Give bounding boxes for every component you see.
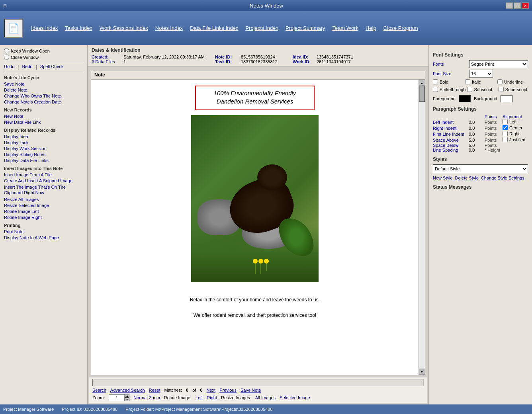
- rotate-left-link[interactable]: Rotate Image Left: [4, 209, 83, 214]
- center-align-checkbox[interactable]: Center: [503, 125, 528, 130]
- alignment-header: Alignment: [503, 114, 528, 119]
- underline-checkbox[interactable]: Underline: [497, 79, 528, 84]
- zoom-input[interactable]: [109, 394, 125, 401]
- justified-align-checkbox[interactable]: Justified: [503, 137, 528, 142]
- save-note-bottom-button[interactable]: Save Note: [241, 388, 261, 393]
- display-related-title: Display Related Records: [4, 128, 83, 133]
- save-note-link[interactable]: Save Note: [4, 82, 83, 86]
- close-window-radio[interactable]: Close Window: [4, 55, 83, 60]
- first-line-label: First Line Indent: [433, 131, 469, 137]
- reset-button[interactable]: Reset: [149, 388, 160, 393]
- display-data-file-links-link[interactable]: Display Data File Links: [4, 158, 83, 163]
- advanced-search-button[interactable]: Advanced Search: [110, 388, 145, 393]
- idea-id-value: 136481351747371: [317, 55, 424, 59]
- change-style-settings-button[interactable]: Change Style Settings: [481, 176, 524, 180]
- insert-clipboard-link[interactable]: Insert The Image That's On The Clipboard…: [4, 184, 83, 196]
- spell-check-button[interactable]: Spell Check: [40, 64, 64, 70]
- next-button[interactable]: Next: [207, 388, 216, 393]
- font-size-select[interactable]: 16: [469, 70, 493, 78]
- style-buttons: New Style Delete Style Change Style Sett…: [433, 176, 528, 180]
- dandelion-2: [260, 262, 261, 274]
- zoom-up-button[interactable]: ▲: [125, 394, 129, 398]
- superscript-checkbox[interactable]: Superscript: [499, 87, 528, 92]
- matches-label: Matches:: [164, 388, 182, 393]
- subscript-checkbox[interactable]: Subscript: [467, 87, 497, 92]
- scroll-track[interactable]: [419, 86, 425, 369]
- fonts-label: Fonts: [433, 62, 467, 66]
- scroll-up-button[interactable]: ▲: [419, 80, 425, 86]
- styles-select[interactable]: Default Style: [433, 164, 528, 173]
- left-align-checkbox[interactable]: Left: [503, 119, 528, 124]
- foreground-color-swatch[interactable]: [459, 95, 471, 102]
- display-idea-link[interactable]: Display Idea: [4, 134, 83, 139]
- menu-data-file-links-index[interactable]: Data File Links Index: [190, 25, 238, 31]
- menu-help[interactable]: Help: [366, 25, 376, 31]
- fonts-select[interactable]: Segoe Print: [469, 60, 528, 68]
- status-messages-title: Status Messages: [433, 184, 528, 190]
- note-container: Note 100% Environmentally Friendly Dande…: [91, 70, 425, 375]
- right-indent-value: 0.0: [469, 125, 485, 131]
- change-date-link[interactable]: Change Note's Creation Date: [4, 100, 83, 104]
- undo-redo-row: Undo | Redo | Spell Check: [4, 64, 83, 70]
- search-button[interactable]: Search: [92, 388, 106, 393]
- menu-projects-index[interactable]: Projects Index: [246, 25, 278, 31]
- maximize-button[interactable]: □: [514, 2, 521, 9]
- right-indent-label: Right Indent: [433, 125, 469, 131]
- note-scrollbar[interactable]: ▲ ▼: [419, 80, 425, 375]
- scroll-down-button[interactable]: ▼: [419, 369, 425, 375]
- right-align-checkbox[interactable]: Right: [503, 131, 528, 136]
- delete-style-button[interactable]: Delete Style: [455, 176, 479, 180]
- menu-tasks-index[interactable]: Tasks Index: [65, 25, 92, 31]
- close-button[interactable]: ✕: [522, 2, 529, 9]
- strikethrough-checkbox[interactable]: Strikethrough: [433, 87, 465, 92]
- rotate-left-bottom-button[interactable]: Left: [196, 395, 203, 400]
- new-note-link[interactable]: New Note: [4, 114, 83, 119]
- display-work-session-link[interactable]: Display Work Session: [4, 146, 83, 151]
- minimize-button[interactable]: ─: [506, 2, 513, 9]
- resize-all-link[interactable]: Resize All Images: [4, 197, 83, 202]
- normal-zoom-button[interactable]: Normal Zoom: [133, 395, 160, 400]
- new-data-file-link[interactable]: New Data File Link: [4, 120, 83, 125]
- zoom-down-button[interactable]: ▼: [125, 398, 129, 401]
- italic-checkbox[interactable]: Italic: [465, 79, 496, 84]
- menu-team-work[interactable]: Team Work: [332, 25, 359, 31]
- note-scroll-area[interactable]: 100% Environmentally Friendly Dandelion …: [91, 80, 419, 375]
- task-id-value: 183760182335812: [241, 59, 293, 64]
- menu-work-sessions-index[interactable]: Work Sessions Index: [100, 25, 148, 31]
- menu-ideas-index[interactable]: Ideas Index: [31, 25, 58, 31]
- height-text: * Height: [485, 148, 503, 152]
- menu-notes-index[interactable]: Notes Index: [155, 25, 183, 31]
- background-color-swatch[interactable]: [501, 95, 512, 102]
- undo-button[interactable]: Undo: [4, 64, 14, 70]
- selected-image-button[interactable]: Selected Image: [280, 395, 310, 400]
- create-snipped-link[interactable]: Create And Insert A Snipped Image: [4, 178, 83, 183]
- insert-from-file-link[interactable]: Insert Image From A File: [4, 172, 83, 177]
- task-id-label: Task ID:: [215, 59, 241, 64]
- change-owner-link[interactable]: Change Who Owns The Note: [4, 94, 83, 98]
- menu-project-summary[interactable]: Project Summary: [286, 25, 325, 31]
- all-images-button[interactable]: All Images: [255, 395, 276, 400]
- idea-id-label: Idea ID:: [293, 55, 317, 59]
- fonts-row: Fonts Segoe Print: [433, 60, 528, 68]
- redo-button[interactable]: Redo: [22, 64, 32, 70]
- display-in-web-link[interactable]: Display Note In A Web Page: [4, 235, 83, 240]
- display-task-link[interactable]: Display Task: [4, 140, 83, 145]
- life-cycle-title: Note's Life Cycle: [4, 75, 83, 80]
- delete-note-link[interactable]: Delete Note: [4, 88, 83, 92]
- keep-window-open-radio[interactable]: Keep Window Open: [4, 48, 83, 53]
- display-sibling-notes-link[interactable]: Display Sibling Notes: [4, 152, 83, 157]
- search-text-area[interactable]: [92, 379, 424, 386]
- new-style-button[interactable]: New Style: [433, 176, 453, 180]
- previous-button[interactable]: Previous: [219, 388, 237, 393]
- note-text-box: 100% Environmentally Friendly Dandelion …: [195, 86, 315, 110]
- print-note-link[interactable]: Print Note: [4, 229, 83, 234]
- resize-selected-link[interactable]: Resize Selected Image: [4, 203, 83, 208]
- work-id-label: Work ID:: [293, 59, 317, 64]
- menu-close-program[interactable]: Close Program: [383, 25, 418, 31]
- scroll-thumb[interactable]: [419, 86, 425, 102]
- rotate-right-link[interactable]: Rotate Image Right: [4, 215, 83, 220]
- rotate-right-bottom-button[interactable]: Right: [207, 395, 217, 400]
- left-indent-value: 0.0: [469, 119, 485, 125]
- bold-checkbox[interactable]: Bold: [433, 79, 464, 84]
- main-layout: Keep Window Open Close Window Undo | Red…: [0, 45, 532, 404]
